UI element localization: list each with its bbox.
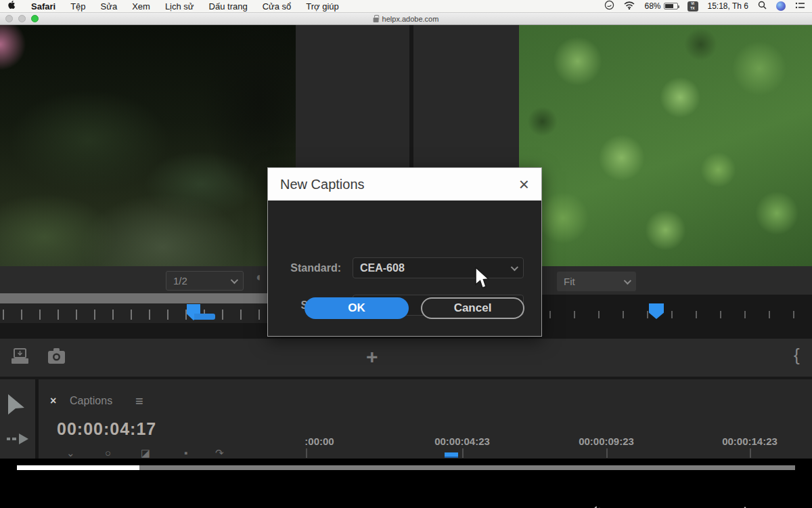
- rewind-10-button[interactable]: 10: [590, 505, 608, 508]
- safari-title-bar: helpx.adobe.com: [0, 13, 812, 25]
- macos-menu-bar: Safari Tệp Sửa Xem Lịch sử Dấu trang Cửa…: [0, 0, 812, 13]
- ok-button[interactable]: OK: [304, 297, 409, 319]
- cancel-button[interactable]: Cancel: [421, 297, 524, 319]
- window-close-button[interactable]: [5, 15, 13, 22]
- close-panel-icon[interactable]: ×: [50, 395, 56, 407]
- apple-icon[interactable]: [0, 0, 24, 13]
- source-zoom-dropdown[interactable]: 1/2: [166, 271, 244, 291]
- menu-safari[interactable]: Safari: [24, 0, 63, 13]
- export-frame-icon[interactable]: [11, 347, 29, 368]
- track-select-forward-icon[interactable]: [5, 431, 32, 449]
- timeline-tick: [306, 448, 307, 458]
- camera-icon[interactable]: [47, 348, 66, 367]
- timeline-tick-label: :00:00: [304, 436, 334, 447]
- video-player-region[interactable]: 1/2 ◖ Fit + {: [0, 25, 812, 508]
- new-captions-dialog: New Captions × Standard: CEA-608 Stream:…: [267, 167, 542, 337]
- timeline-tick: [606, 448, 608, 458]
- timeline-tick: [750, 448, 751, 458]
- timeline-playhead-marker[interactable]: [445, 452, 458, 458]
- premiere-screenshot: 1/2 ◖ Fit + {: [0, 25, 812, 459]
- battery-indicator[interactable]: 68%: [644, 1, 677, 11]
- snap-icon[interactable]: ⌄: [66, 447, 75, 459]
- menu-xem[interactable]: Xem: [125, 0, 158, 13]
- menu-cua-so[interactable]: Cửa sổ: [255, 0, 299, 13]
- chevron-down-icon: [511, 263, 518, 270]
- captions-panel-tab[interactable]: Captions: [70, 395, 112, 407]
- mouse-cursor: [474, 267, 491, 293]
- spotlight-icon[interactable]: [758, 1, 767, 12]
- source-playhead-bar: [194, 314, 215, 320]
- input-source-icon[interactable]: VI TX: [687, 1, 698, 12]
- loop-icon[interactable]: ↷: [215, 447, 224, 459]
- selection-tool-icon[interactable]: [5, 393, 28, 421]
- wrench-icon[interactable]: ◖: [254, 270, 262, 284]
- source-monitor-video: [0, 25, 296, 266]
- brace-icon[interactable]: {: [794, 345, 800, 366]
- dialog-title: New Captions: [280, 177, 365, 192]
- dialog-close-icon[interactable]: ×: [519, 175, 529, 193]
- timeline-tick-label: 00:00:09:23: [579, 436, 634, 447]
- plus-icon[interactable]: +: [366, 345, 378, 368]
- menu-clock[interactable]: 15:18, Th 6: [708, 1, 749, 11]
- battery-percent: 68%: [644, 1, 660, 11]
- notification-center-icon[interactable]: [795, 1, 805, 12]
- monitor-toolbar: [0, 339, 812, 377]
- menu-lich-su[interactable]: Lịch sử: [158, 0, 202, 13]
- record-icon[interactable]: ○: [105, 447, 111, 459]
- program-monitor-video: [519, 25, 812, 266]
- creative-cloud-icon[interactable]: [604, 0, 614, 12]
- chevron-down-icon: [231, 276, 238, 283]
- menu-dau-trang[interactable]: Dấu trang: [202, 0, 255, 13]
- menu-tep[interactable]: Tệp: [63, 0, 93, 13]
- panel-divider: [35, 379, 39, 459]
- program-ruler[interactable]: [519, 303, 812, 320]
- standard-label: Standard:: [290, 262, 341, 274]
- timeline-tick-label: 00:00:04:23: [434, 436, 490, 447]
- captions-timecode[interactable]: 00:00:04:17: [57, 419, 156, 439]
- wifi-icon[interactable]: [624, 1, 635, 12]
- caption-block-icon[interactable]: ◪: [141, 447, 150, 459]
- address-text: helpx.adobe.com: [382, 15, 439, 23]
- panel-menu-icon[interactable]: ≡: [135, 394, 143, 409]
- program-zoom-dropdown[interactable]: Fit: [557, 272, 636, 291]
- chevron-down-icon: [624, 276, 631, 284]
- menu-sua[interactable]: Sửa: [93, 0, 125, 13]
- dialog-title-bar[interactable]: New Captions ×: [268, 168, 541, 200]
- player-controls-bar: 01:09 / 07:31 10 1x ▲ CC: [0, 499, 812, 508]
- timeline-tick-label: 00:00:14:23: [722, 436, 777, 447]
- window-zoom-button[interactable]: [31, 15, 39, 22]
- standard-dropdown[interactable]: CEA-608: [353, 257, 524, 278]
- window-minimize-button[interactable]: [18, 15, 26, 22]
- stop-icon[interactable]: ▪: [184, 447, 187, 459]
- address-bar[interactable]: helpx.adobe.com: [374, 15, 439, 23]
- lock-icon: [374, 18, 379, 22]
- siri-icon[interactable]: [776, 1, 786, 11]
- video-progress-track[interactable]: [17, 465, 795, 470]
- battery-icon: [664, 3, 678, 9]
- timeline-tick: [462, 448, 464, 458]
- video-progress-fill: [17, 465, 139, 470]
- menu-tro-giup[interactable]: Trợ giúp: [298, 0, 346, 13]
